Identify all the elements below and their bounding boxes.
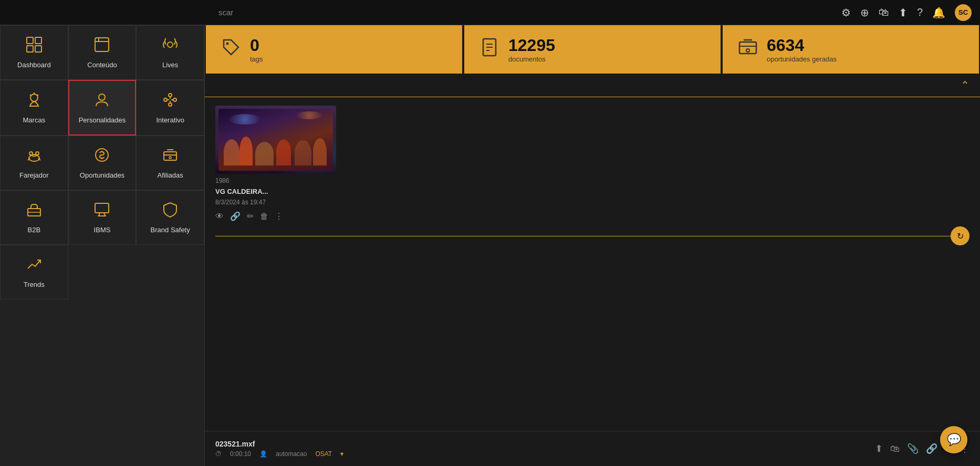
interativo-icon — [162, 91, 179, 112]
sidebar-item-oportunidades-label: Oportunidades — [80, 171, 124, 179]
sidebar-item-farejador-label: Farejador — [19, 171, 49, 179]
svg-point-9 — [173, 98, 176, 101]
attach-icon[interactable]: 📎 — [907, 443, 919, 454]
sidebar-item-interativo-label: Interativo — [156, 116, 184, 124]
oportunidades-value: 6634 — [767, 36, 837, 55]
ibms-icon — [93, 201, 110, 222]
bottom-file-row: 023521.mxf ⏱ 0:00:10 👤 automacao OSAT ▾ … — [205, 431, 980, 466]
svg-point-33 — [746, 49, 749, 52]
bell-icon[interactable]: 🔔 — [932, 6, 945, 19]
filter-icon[interactable]: ⚙ — [841, 6, 851, 19]
tags-value: 0 — [250, 36, 263, 55]
content-thumbnail — [215, 106, 336, 174]
svg-rect-0 — [27, 37, 33, 44]
svg-rect-1 — [35, 37, 41, 44]
channel-dropdown-icon[interactable]: ▾ — [340, 450, 343, 458]
oportunidades-stat-icon — [737, 37, 758, 63]
oportunidades-icon — [93, 147, 110, 167]
content-divider — [215, 236, 969, 236]
sidebar-item-conteudo-label: Conteúdo — [87, 61, 117, 69]
stats-row: 0 tags 12295 documentos — [205, 25, 980, 74]
sidebar-item-b2b-label: B2B — [28, 226, 41, 234]
conteudo-icon — [93, 36, 110, 57]
edit-icon[interactable]: ✏ — [247, 211, 254, 221]
bag-action-icon[interactable]: 🛍 — [890, 443, 900, 454]
oportunidades-stat-info: 6634 oportunidades geradas — [767, 36, 837, 63]
farejador-icon — [26, 147, 43, 167]
avatar[interactable]: SC — [955, 4, 972, 21]
chat-button[interactable]: 💬 — [940, 426, 967, 453]
section-header: ⌃ — [205, 74, 980, 97]
refresh-button[interactable]: ↻ — [951, 226, 969, 245]
svg-point-22 — [169, 157, 171, 159]
stat-card-documentos: 12295 documentos — [464, 25, 721, 74]
sidebar-item-brand-safety[interactable]: Brand Safety — [136, 190, 204, 245]
sidebar-item-oportunidades[interactable]: Oportunidades — [68, 136, 137, 190]
svg-rect-2 — [27, 46, 33, 52]
sidebar-item-ibms[interactable]: IBMS — [68, 190, 137, 245]
content-section: ⌃ — [205, 74, 980, 466]
sidebar-item-afiliadas[interactable]: Afiliadas — [136, 136, 204, 190]
content-card-1: 1986 VG CALDEIRA... 8/3/2024 às 19:47 👁 … — [215, 106, 336, 223]
collapse-chevron-icon[interactable]: ⌃ — [961, 79, 969, 91]
svg-point-11 — [169, 103, 172, 106]
sidebar-item-dashboard[interactable]: Dashboard — [0, 25, 68, 80]
content-area: 0 tags 12295 documentos — [205, 25, 980, 466]
sidebar-item-trends-label: Trends — [24, 281, 45, 288]
upload-icon[interactable]: ⬆ — [899, 6, 908, 19]
sidebar-item-lives[interactable]: Lives — [136, 25, 204, 80]
sidebar-item-dashboard-label: Dashboard — [17, 61, 51, 69]
divider-section: ↻ — [205, 236, 980, 236]
documentos-label: documentos — [508, 55, 555, 63]
sidebar-item-b2b[interactable]: B2B — [0, 190, 68, 245]
sidebar-item-marcas-label: Marcas — [23, 116, 46, 124]
svg-point-6 — [30, 94, 38, 101]
sidebar-item-trends[interactable]: Trends — [0, 245, 68, 299]
link-icon[interactable]: 🔗 — [230, 211, 241, 221]
svg-rect-3 — [35, 46, 41, 52]
help-icon[interactable]: ? — [917, 6, 923, 18]
content-year: 1986 — [215, 177, 336, 184]
personalidades-icon — [93, 91, 110, 112]
svg-rect-4 — [95, 38, 109, 51]
user-icon: 👤 — [259, 450, 267, 458]
link-action-icon[interactable]: 🔗 — [926, 443, 937, 454]
sidebar-item-personalidades[interactable]: Personalidades — [68, 80, 137, 136]
view-icon[interactable]: 👁 — [215, 212, 224, 221]
export-icon[interactable]: ⬆ — [875, 443, 883, 454]
sidebar-item-farejador[interactable]: Farejador — [0, 136, 68, 190]
svg-rect-25 — [95, 203, 109, 213]
content-title: VG CALDEIRA... — [215, 188, 336, 195]
more-icon[interactable]: ⋮ — [275, 211, 283, 221]
file-info: 023521.mxf ⏱ 0:00:10 👤 automacao OSAT ▾ — [215, 440, 343, 458]
search-text: scar — [218, 8, 233, 17]
plus-circle-icon[interactable]: ⊕ — [860, 6, 869, 19]
duration-value: 0:00:10 — [230, 450, 251, 458]
content-cards: 1986 VG CALDEIRA... 8/3/2024 às 19:47 👁 … — [205, 97, 980, 232]
user-value: automacao — [276, 450, 307, 458]
content-actions: 👁 🔗 ✏ 🗑 ⋮ — [215, 209, 336, 223]
main-layout: Dashboard Conteúdo — [0, 25, 980, 466]
tags-stat-info: 0 tags — [250, 36, 263, 63]
channel-dropdown[interactable]: OSAT — [315, 450, 332, 458]
sidebar-item-marcas[interactable]: Marcas — [0, 80, 68, 136]
duration-icon: ⏱ — [215, 450, 222, 458]
sidebar-item-conteudo[interactable]: Conteúdo — [68, 25, 137, 80]
sidebar-item-interativo[interactable]: Interativo — [136, 80, 204, 136]
tags-label: tags — [250, 55, 263, 63]
delete-icon[interactable]: 🗑 — [260, 212, 268, 221]
svg-point-5 — [168, 42, 173, 47]
svg-point-18 — [36, 152, 39, 155]
bag-icon[interactable]: 🛍 — [879, 6, 889, 18]
file-name: 023521.mxf — [215, 440, 343, 448]
svg-point-27 — [226, 42, 229, 45]
file-meta: ⏱ 0:00:10 👤 automacao OSAT ▾ — [215, 450, 343, 458]
dashboard-icon — [26, 36, 43, 57]
sidebar: Dashboard Conteúdo — [0, 25, 205, 466]
sidebar-item-ibms-label: IBMS — [94, 226, 111, 234]
documentos-value: 12295 — [508, 36, 555, 55]
oportunidades-label: oportunidades geradas — [767, 55, 837, 63]
sidebar-item-personalidades-label: Personalidades — [79, 116, 126, 124]
trends-icon — [26, 256, 43, 276]
top-header: scar ⚙ ⊕ 🛍 ⬆ ? 🔔 SC — [0, 0, 980, 25]
